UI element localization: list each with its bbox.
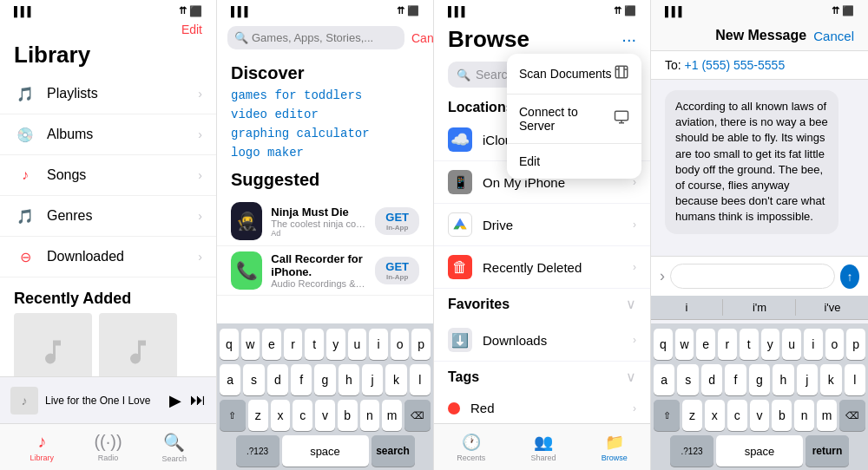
- msg-key-h[interactable]: h: [773, 364, 793, 395]
- msg-key-u[interactable]: u: [782, 329, 801, 360]
- library-item-playlists[interactable]: 🎵 Playlists ›: [0, 74, 216, 114]
- context-scan-documents[interactable]: Scan Documents: [507, 54, 641, 95]
- key-num[interactable]: .?123: [236, 435, 279, 467]
- msg-key-l[interactable]: l: [845, 364, 865, 395]
- key-f[interactable]: f: [291, 364, 312, 395]
- key-q[interactable]: q: [220, 329, 239, 360]
- app-item-0[interactable]: 🥷 Ninja Must Die The coolest ninja comba…: [217, 197, 433, 246]
- search-input[interactable]: [252, 31, 398, 44]
- msg-key-z[interactable]: z: [682, 400, 702, 431]
- library-item-albums[interactable]: 💿 Albums ›: [0, 114, 216, 155]
- pred-word-0[interactable]: i: [651, 299, 723, 316]
- tab-radio[interactable]: ((·)) Radio: [82, 432, 134, 462]
- key-s[interactable]: s: [243, 364, 264, 395]
- library-item-genres[interactable]: 🎵 Genres ›: [0, 196, 216, 237]
- key-e[interactable]: e: [262, 329, 281, 360]
- context-connect-server[interactable]: Connect to Server: [507, 95, 641, 144]
- msg-key-b[interactable]: b: [772, 400, 792, 431]
- suggestion-2[interactable]: graphing calculator: [231, 127, 419, 140]
- msg-key-x[interactable]: x: [705, 400, 725, 431]
- msg-key-v[interactable]: v: [750, 400, 770, 431]
- key-k[interactable]: k: [385, 364, 406, 395]
- search-cancel-button[interactable]: Cancel: [411, 31, 434, 45]
- msg-key-f[interactable]: f: [725, 364, 746, 395]
- msg-key-i[interactable]: i: [804, 329, 823, 360]
- key-m[interactable]: m: [382, 400, 402, 431]
- tab-library[interactable]: ♪ Library: [16, 432, 68, 462]
- key-u[interactable]: u: [348, 329, 367, 360]
- favorite-downloads[interactable]: ⬇️ Downloads ›: [434, 319, 650, 362]
- tab-recents[interactable]: 🕐 Recents: [457, 433, 485, 462]
- album-item-0[interactable]: Another's Arms: [14, 313, 92, 376]
- tab-search[interactable]: 🔍 Search: [148, 432, 201, 463]
- key-p[interactable]: p: [411, 329, 431, 360]
- key-z[interactable]: z: [248, 400, 268, 431]
- suggestion-0[interactable]: games for toddlers: [231, 88, 419, 102]
- key-t[interactable]: t: [305, 329, 324, 360]
- location-gdrive[interactable]: Drive ›: [434, 204, 650, 246]
- key-a[interactable]: a: [220, 364, 240, 395]
- msg-key-k[interactable]: k: [820, 364, 841, 395]
- pred-word-2[interactable]: i've: [797, 299, 868, 316]
- key-search[interactable]: search: [372, 435, 415, 467]
- message-to-field[interactable]: To: +1 (555) 555-5555: [651, 51, 868, 80]
- key-b[interactable]: b: [338, 400, 358, 431]
- album-item-1[interactable]: Can't Sleep Love: [99, 313, 177, 376]
- key-n[interactable]: n: [360, 400, 380, 431]
- browse-more-button[interactable]: ···: [621, 29, 636, 49]
- favorites-collapse-icon[interactable]: ∨: [626, 296, 636, 312]
- msg-key-q[interactable]: q: [654, 329, 673, 360]
- key-h[interactable]: h: [339, 364, 359, 395]
- key-shift[interactable]: ⇧: [220, 400, 246, 431]
- msg-key-d[interactable]: d: [701, 364, 722, 395]
- app-item-1[interactable]: 📞 Call Recorder for iPhone. Audio Record…: [217, 246, 433, 296]
- msg-key-backspace[interactable]: ⌫: [839, 400, 865, 431]
- message-input[interactable]: [670, 264, 835, 289]
- msg-key-num[interactable]: .?123: [670, 435, 713, 467]
- app-get-btn-0[interactable]: GET In-App: [375, 207, 419, 235]
- key-j[interactable]: j: [362, 364, 383, 395]
- msg-key-c[interactable]: c: [727, 400, 747, 431]
- key-space[interactable]: space: [282, 435, 369, 467]
- key-g[interactable]: g: [314, 364, 335, 395]
- key-o[interactable]: o: [391, 329, 410, 360]
- location-deleted[interactable]: 🗑 Recently Deleted ›: [434, 246, 650, 289]
- key-i[interactable]: i: [369, 329, 388, 360]
- library-item-songs[interactable]: ♪ Songs ›: [0, 155, 216, 196]
- msg-key-t[interactable]: t: [740, 329, 759, 360]
- msg-key-r[interactable]: r: [718, 329, 737, 360]
- msg-key-m[interactable]: m: [817, 400, 837, 431]
- msg-key-space[interactable]: space: [716, 435, 803, 467]
- key-x[interactable]: x: [271, 400, 291, 431]
- key-w[interactable]: w: [241, 329, 260, 360]
- key-r[interactable]: r: [284, 329, 303, 360]
- key-v[interactable]: v: [315, 400, 335, 431]
- msg-key-j[interactable]: j: [797, 364, 818, 395]
- key-backspace[interactable]: ⌫: [404, 400, 431, 431]
- library-item-downloaded[interactable]: ⊖ Downloaded ›: [0, 237, 216, 277]
- tab-browse[interactable]: 📁 Browse: [602, 433, 628, 462]
- tag-red[interactable]: Red ›: [434, 392, 650, 423]
- key-d[interactable]: d: [267, 364, 288, 395]
- msg-key-w[interactable]: w: [675, 329, 694, 360]
- key-c[interactable]: c: [293, 400, 312, 431]
- tags-collapse-icon[interactable]: ∨: [626, 369, 636, 385]
- key-y[interactable]: y: [326, 329, 345, 360]
- skip-button[interactable]: ⏭: [190, 391, 206, 409]
- msg-key-shift[interactable]: ⇧: [654, 400, 680, 431]
- play-button[interactable]: ▶: [169, 391, 181, 410]
- msg-key-g[interactable]: g: [749, 364, 770, 395]
- msg-key-y[interactable]: y: [761, 329, 780, 360]
- edit-button[interactable]: Edit: [181, 23, 202, 36]
- app-get-btn-1[interactable]: GET In-App: [375, 257, 419, 284]
- msg-key-n[interactable]: n: [794, 400, 814, 431]
- msg-key-return[interactable]: return: [806, 435, 849, 467]
- msg-key-e[interactable]: e: [696, 329, 715, 360]
- context-edit[interactable]: Edit: [507, 144, 641, 179]
- suggestion-1[interactable]: video editor: [231, 108, 419, 121]
- suggestion-3[interactable]: logo maker: [231, 146, 419, 160]
- msg-key-s[interactable]: s: [677, 364, 698, 395]
- send-button[interactable]: ↑: [840, 264, 859, 289]
- expand-icon[interactable]: ›: [660, 267, 665, 285]
- message-cancel-button[interactable]: Cancel: [813, 29, 854, 43]
